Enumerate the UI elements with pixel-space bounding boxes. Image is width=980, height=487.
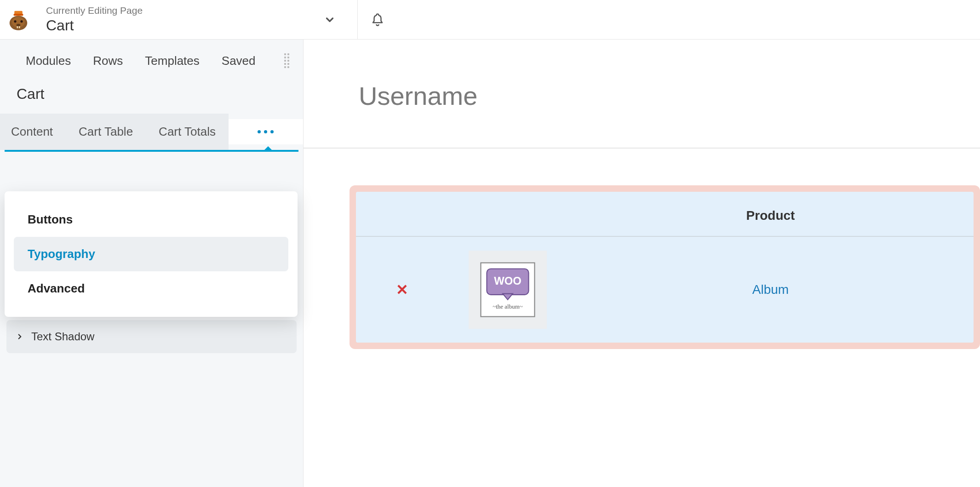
svg-point-6 (17, 23, 21, 26)
preview-username: Username (304, 40, 980, 111)
accordion-label: Text Shadow (31, 330, 94, 343)
svg-point-4 (14, 20, 16, 22)
more-dots-icon (258, 130, 261, 133)
page-title: Cart (46, 17, 321, 34)
preview-divider (304, 148, 980, 149)
editing-label: Currently Editing Page (46, 5, 321, 16)
notifications-button[interactable] (368, 11, 387, 29)
chevron-right-icon (16, 332, 24, 341)
accordion-text-shadow[interactable]: Text Shadow (6, 320, 297, 353)
svg-rect-7 (17, 26, 18, 28)
product-link[interactable]: Album (752, 282, 789, 297)
page-dropdown-toggle[interactable] (321, 11, 339, 29)
bell-icon (371, 13, 384, 27)
svg-text:WOO: WOO (494, 275, 522, 287)
table-row: ✕ WOO ~the album~ (356, 237, 974, 343)
beaver-logo (5, 6, 32, 34)
module-title: Cart (0, 77, 303, 114)
chevron-down-icon (324, 14, 336, 26)
dropdown-item-advanced[interactable]: Advanced (14, 271, 288, 306)
settings-tab-cart-totals[interactable]: Cart Totals (146, 114, 229, 150)
tab-rows[interactable]: Rows (93, 54, 123, 68)
panel-drag-handle[interactable] (284, 53, 289, 68)
remove-item-button[interactable]: ✕ (396, 281, 408, 298)
settings-tab-cart-table[interactable]: Cart Table (66, 114, 146, 150)
svg-point-5 (20, 20, 23, 22)
cart-module-wrapper[interactable]: Product ✕ WOO ~the album~ (350, 185, 980, 349)
cart-header-product: Product (577, 208, 964, 223)
settings-tab-content[interactable]: Content (0, 114, 66, 150)
product-thumbnail[interactable]: WOO ~the album~ (469, 251, 547, 329)
settings-tab-more[interactable] (229, 119, 303, 144)
svg-rect-3 (14, 13, 23, 15)
dropdown-item-buttons[interactable]: Buttons (14, 202, 288, 237)
svg-text:~the album~: ~the album~ (493, 303, 523, 310)
more-tabs-dropdown: Buttons Typography Advanced (5, 191, 298, 317)
dropdown-item-typography[interactable]: Typography (14, 237, 288, 271)
tab-saved[interactable]: Saved (222, 54, 256, 68)
tab-modules[interactable]: Modules (26, 54, 71, 68)
svg-rect-8 (19, 26, 20, 28)
tab-templates[interactable]: Templates (145, 54, 200, 68)
cart-table-header: Product (356, 192, 974, 237)
